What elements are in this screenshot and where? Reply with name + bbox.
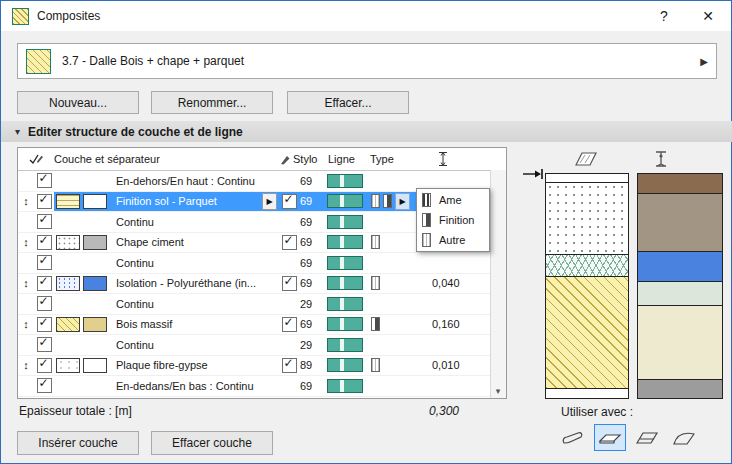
rename-button[interactable]: Renommer... (151, 91, 273, 114)
type-cell[interactable] (368, 274, 424, 294)
pen-check-cell[interactable] (280, 356, 298, 376)
delete-skin-button[interactable]: Effacer couche (151, 431, 273, 455)
menu-item-autre[interactable]: Autre (418, 230, 488, 250)
layer-column-header[interactable]: Couche et séparateur (54, 148, 280, 170)
layer-checkbox[interactable] (34, 315, 54, 335)
separator-checkbox[interactable] (34, 253, 54, 273)
layer-name-cell[interactable]: Bois massif (112, 315, 280, 335)
layer-checkbox[interactable] (34, 356, 54, 376)
layer-name-cell[interactable]: Chape ciment (112, 233, 280, 253)
use-with-shell-button[interactable] (668, 424, 700, 451)
line-column-header[interactable]: Ligne (324, 148, 368, 170)
swatch-cell[interactable] (54, 315, 112, 335)
pen-check-header-cell[interactable] (18, 148, 54, 170)
pen-number[interactable]: 69 (298, 212, 324, 232)
pen-number[interactable]: 69 (298, 274, 324, 294)
layer-name-cell[interactable]: Isolation - Polyuréthane (in... (112, 274, 280, 294)
pen-number[interactable]: 69 (298, 233, 324, 253)
layer-name-cell[interactable]: Plaque fibre-gypse (112, 356, 280, 376)
drag-handle[interactable]: ↕ (18, 315, 34, 335)
separator-name[interactable]: Continu (112, 335, 280, 355)
pen-check-cell[interactable] (280, 315, 298, 335)
pen-number[interactable]: 69 (298, 171, 324, 191)
separator-name[interactable]: Continu (112, 294, 280, 314)
pen-check-cell[interactable] (280, 233, 298, 253)
separator-name[interactable]: Continu (112, 212, 280, 232)
thickness-column-header[interactable] (424, 148, 506, 170)
edit-structure-section-header[interactable]: ▾ Editer structure de couche et de ligne (1, 121, 732, 142)
separator-name[interactable]: En-dedans/En bas : Continu (112, 376, 280, 396)
separator-name[interactable]: Continu (112, 253, 280, 273)
swatch-cell[interactable] (54, 274, 112, 294)
pen-number[interactable]: 69 (298, 253, 324, 273)
insert-skin-button[interactable]: Insérer couche (17, 431, 139, 455)
help-button[interactable]: ? (643, 1, 685, 31)
drag-handle[interactable]: ↕ (18, 356, 34, 376)
line-type-cell[interactable] (324, 233, 368, 253)
layer-checkbox[interactable] (34, 274, 54, 294)
line-type-cell[interactable] (324, 274, 368, 294)
layer-row[interactable]: ↕ Bois massif 69 0,160 (18, 315, 506, 336)
menu-item-ame[interactable]: Ame (418, 190, 488, 210)
separator-row[interactable]: En-dedans/En bas : Continu 69 (18, 376, 506, 397)
separator-row[interactable]: Continu 29 (18, 294, 506, 315)
line-type-cell[interactable] (324, 294, 368, 314)
drag-handle[interactable]: ↕ (18, 233, 34, 253)
table-scrollbar[interactable]: ▾ (490, 170, 506, 398)
type-cell[interactable] (368, 356, 424, 376)
pen-check-cell[interactable] (280, 192, 298, 212)
separator-checkbox[interactable] (34, 376, 54, 396)
line-type-cell[interactable] (324, 335, 368, 355)
table-header-row: Couche et séparateur Stylo Ligne Type (18, 148, 506, 171)
separator-checkbox[interactable] (34, 335, 54, 355)
surface-view-button[interactable] (643, 148, 679, 170)
line-type-cell[interactable] (324, 212, 368, 232)
line-type-cell[interactable] (324, 192, 368, 212)
layer-row[interactable]: ↕ Isolation - Polyuréthane (in... 69 0,0… (18, 274, 506, 295)
new-button[interactable]: Nouveau... (17, 91, 139, 114)
line-type-cell[interactable] (324, 171, 368, 191)
pen-column-header[interactable]: Stylo (280, 148, 324, 170)
title-bar[interactable]: Composites ? ✕ (1, 1, 731, 31)
line-type-cell[interactable] (324, 376, 368, 396)
use-with-slab-button[interactable] (594, 424, 626, 451)
menu-item-finition[interactable]: Finition (418, 210, 488, 230)
pen-number[interactable]: 69 (298, 376, 324, 396)
drag-handle[interactable]: ↕ (18, 274, 34, 294)
pen-number[interactable]: 29 (298, 294, 324, 314)
delete-button[interactable]: Effacer... (287, 91, 409, 114)
type-cell[interactable] (368, 315, 424, 335)
swatch-cell[interactable] (54, 192, 112, 212)
composite-selector[interactable]: 3.7 - Dalle Bois + chape + parquet ▶ (17, 43, 717, 79)
separator-checkbox[interactable] (34, 212, 54, 232)
swatch-cell[interactable] (54, 233, 112, 253)
swatch-cell[interactable] (54, 356, 112, 376)
pen-check-cell[interactable] (280, 274, 298, 294)
layer-name-cell[interactable]: Finition sol - Parquet ▶ (112, 192, 280, 212)
line-type-cell[interactable] (324, 315, 368, 335)
separator-row[interactable]: Continu 69 (18, 253, 506, 274)
scroll-down-icon[interactable]: ▾ (491, 383, 505, 398)
separator-checkbox[interactable] (34, 171, 54, 191)
pen-number[interactable]: 89 (298, 356, 324, 376)
layer-flyout-button[interactable]: ▶ (262, 193, 277, 210)
separator-row[interactable]: Continu 29 (18, 335, 506, 356)
layer-checkbox[interactable] (34, 192, 54, 212)
layer-row[interactable]: ↕ Plaque fibre-gypse 89 0,010 (18, 356, 506, 377)
use-with-roof-button[interactable] (631, 424, 663, 451)
type-column-header[interactable]: Type (368, 148, 424, 170)
pen-number[interactable]: 69 (298, 192, 324, 212)
drag-handle[interactable]: ↕ (18, 192, 34, 212)
pen-number[interactable]: 69 (298, 315, 324, 335)
reference-side-arrow[interactable] (522, 168, 544, 183)
close-button[interactable]: ✕ (687, 1, 729, 31)
pen-number[interactable]: 29 (298, 335, 324, 355)
separator-name[interactable]: En-dehors/En haut : Continu (112, 171, 280, 191)
type-dropdown-button[interactable]: ▶ (395, 193, 410, 210)
cut-fill-view-button[interactable] (567, 148, 603, 170)
layer-checkbox[interactable] (34, 233, 54, 253)
separator-checkbox[interactable] (34, 294, 54, 314)
use-with-wall-button[interactable] (557, 424, 589, 451)
line-type-cell[interactable] (324, 253, 368, 273)
line-type-cell[interactable] (324, 356, 368, 376)
